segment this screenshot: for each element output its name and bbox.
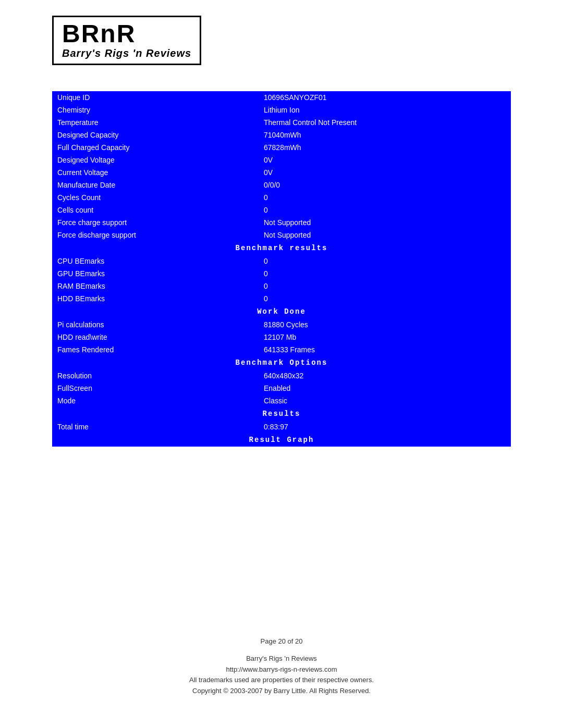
benchmark-results-header: Benchmark results	[52, 241, 511, 255]
table-row: Cycles Count 0	[52, 191, 511, 204]
current-voltage-value: 0V	[259, 166, 511, 179]
cycles-count-label: Cycles Count	[52, 191, 259, 204]
force-charge-label: Force charge support	[52, 216, 259, 229]
frames-rendered-value: 641333 Frames	[259, 343, 511, 356]
table-row: Designed Voltage 0V	[52, 154, 511, 166]
temperature-value: Thermal Control Not Present	[259, 116, 511, 129]
designed-capacity-value: 71040mWh	[259, 129, 511, 141]
full-charged-capacity-label: Full Charged Capacity	[52, 141, 259, 154]
page-info: Page 20 of 20	[0, 636, 563, 647]
benchmark-options-header: Benchmark Options	[52, 356, 511, 369]
fullscreen-value: Enabled	[259, 382, 511, 394]
cpu-bemarks-label: CPU BEmarks	[52, 255, 259, 267]
table-row: Manufacture Date 0/0/0	[52, 179, 511, 191]
hdd-readwrite-value: 12107 Mb	[259, 331, 511, 343]
table-row: Designed Capacity 71040mWh	[52, 129, 511, 141]
table-row: RAM BEmarks 0	[52, 280, 511, 292]
ram-bemarks-label: RAM BEmarks	[52, 280, 259, 292]
logo-sub-text: Barry's Rigs 'n Reviews	[62, 47, 191, 59]
total-time-value: 0:83:97	[259, 421, 511, 433]
cells-count-label: Cells count	[52, 204, 259, 216]
table-row: Cells count 0	[52, 204, 511, 216]
cells-count-value: 0	[259, 204, 511, 216]
logo-main-text: BRnR	[62, 21, 191, 46]
gpu-bemarks-value: 0	[259, 267, 511, 280]
unique-id-label: Unique ID	[52, 91, 259, 104]
chemistry-label: Chemistry	[52, 104, 259, 116]
manufacture-date-label: Manufacture Date	[52, 179, 259, 191]
work-done-label: Work Done	[52, 305, 511, 318]
footer-company: Barry's Rigs 'n Reviews	[0, 653, 563, 664]
result-graph-header: Result Graph	[52, 433, 511, 447]
work-done-header: Work Done	[52, 305, 511, 318]
hdd-bemarks-label: HDD BEmarks	[52, 292, 259, 305]
footer-trademark: All trademarks used are properties of th…	[0, 675, 563, 686]
table-row: Current Voltage 0V	[52, 166, 511, 179]
resolution-value: 640x480x32	[259, 369, 511, 382]
table-row: Resolution 640x480x32	[52, 369, 511, 382]
designed-voltage-label: Designed Voltage	[52, 154, 259, 166]
table-row: FullScreen Enabled	[52, 382, 511, 394]
table-row: Unique ID 10696SANYOZF01	[52, 91, 511, 104]
full-charged-capacity-value: 67828mWh	[259, 141, 511, 154]
designed-voltage-value: 0V	[259, 154, 511, 166]
logo-area: BRnR Barry's Rigs 'n Reviews	[0, 0, 563, 76]
frames-rendered-label: Fames Rendered	[52, 343, 259, 356]
results-label: Results	[52, 407, 511, 421]
table-row: Full Charged Capacity 67828mWh	[52, 141, 511, 154]
table-row: HDD BEmarks 0	[52, 292, 511, 305]
fullscreen-label: FullScreen	[52, 382, 259, 394]
results-header: Results	[52, 407, 511, 421]
data-table: Unique ID 10696SANYOZF01 Chemistry Lithi…	[52, 91, 511, 447]
table-row: HDD read\write 12107 Mb	[52, 331, 511, 343]
result-graph-label: Result Graph	[52, 433, 511, 447]
table-row: Force charge support Not Supported	[52, 216, 511, 229]
page-wrapper: BRnR Barry's Rigs 'n Reviews Unique ID 1…	[0, 0, 563, 728]
table-row: Chemistry Lithium Ion	[52, 104, 511, 116]
pi-calc-label: Pi calculations	[52, 318, 259, 331]
table-row: Fames Rendered 641333 Frames	[52, 343, 511, 356]
table-row: Temperature Thermal Control Not Present	[52, 116, 511, 129]
total-time-label: Total time	[52, 421, 259, 433]
designed-capacity-label: Designed Capacity	[52, 129, 259, 141]
force-charge-value: Not Supported	[259, 216, 511, 229]
footer-copyright: Copyright © 2003-2007 by Barry Little. A…	[0, 686, 563, 697]
hdd-bemarks-value: 0	[259, 292, 511, 305]
cycles-count-value: 0	[259, 191, 511, 204]
resolution-label: Resolution	[52, 369, 259, 382]
table-row: Force discharge support Not Supported	[52, 229, 511, 241]
content-area: Unique ID 10696SANYOZF01 Chemistry Lithi…	[52, 91, 511, 447]
cpu-bemarks-value: 0	[259, 255, 511, 267]
table-row: GPU BEmarks 0	[52, 267, 511, 280]
mode-value: Classic	[259, 394, 511, 407]
force-discharge-value: Not Supported	[259, 229, 511, 241]
benchmark-results-label: Benchmark results	[52, 241, 511, 255]
gpu-bemarks-label: GPU BEmarks	[52, 267, 259, 280]
current-voltage-label: Current Voltage	[52, 166, 259, 179]
table-row: Mode Classic	[52, 394, 511, 407]
table-row: Pi calculations 81880 Cycles	[52, 318, 511, 331]
benchmark-options-label: Benchmark Options	[52, 356, 511, 369]
chemistry-value: Lithium Ion	[259, 104, 511, 116]
footer-website: http://www.barrys-rigs-n-reviews.com	[0, 664, 563, 675]
hdd-readwrite-label: HDD read\write	[52, 331, 259, 343]
mode-label: Mode	[52, 394, 259, 407]
temperature-label: Temperature	[52, 116, 259, 129]
ram-bemarks-value: 0	[259, 280, 511, 292]
table-row: Total time 0:83:97	[52, 421, 511, 433]
footer-area: Page 20 of 20 Barry's Rigs 'n Reviews ht…	[0, 636, 563, 697]
logo-box: BRnR Barry's Rigs 'n Reviews	[52, 16, 201, 65]
pi-calc-value: 81880 Cycles	[259, 318, 511, 331]
force-discharge-label: Force discharge support	[52, 229, 259, 241]
unique-id-value: 10696SANYOZF01	[259, 91, 511, 104]
table-row: CPU BEmarks 0	[52, 255, 511, 267]
manufacture-date-value: 0/0/0	[259, 179, 511, 191]
